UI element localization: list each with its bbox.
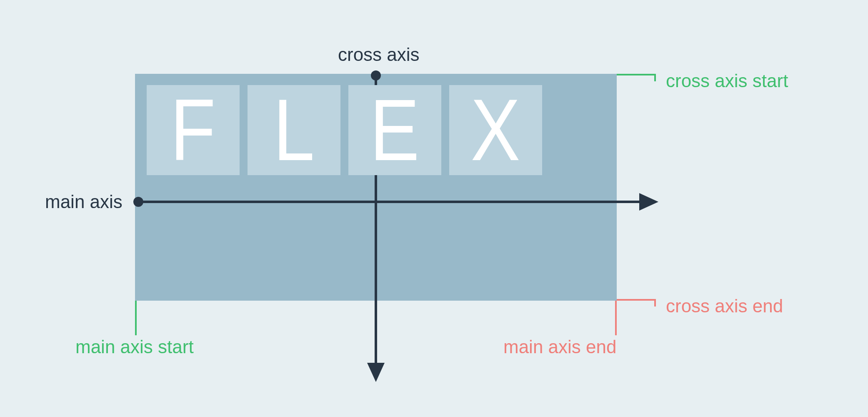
svg-marker-2 xyxy=(639,193,658,211)
cross-axis-start-callout xyxy=(617,75,655,81)
cross-axis-start-label: cross axis start xyxy=(666,72,788,90)
cross-axis-end-callout xyxy=(617,300,655,306)
flex-item: E xyxy=(348,85,441,175)
flex-item-letter: X xyxy=(471,86,520,174)
cross-axis-end-label: cross axis end xyxy=(666,297,783,315)
main-axis-label: main axis xyxy=(45,193,123,211)
flex-item-letter: E xyxy=(370,86,420,174)
main-axis-end-label: main axis end xyxy=(503,338,616,356)
flex-item-letter: L xyxy=(273,86,315,174)
flexbox-axes-diagram: F L E X cross axis main axis cross axis … xyxy=(0,0,868,417)
flex-item: L xyxy=(248,85,340,175)
flex-item: X xyxy=(449,85,542,175)
cross-axis-label: cross axis xyxy=(338,45,420,64)
flex-item: F xyxy=(147,85,240,175)
flex-item-letter: F xyxy=(170,86,216,174)
main-axis-start-label: main axis start xyxy=(75,338,194,356)
svg-marker-5 xyxy=(367,363,385,382)
